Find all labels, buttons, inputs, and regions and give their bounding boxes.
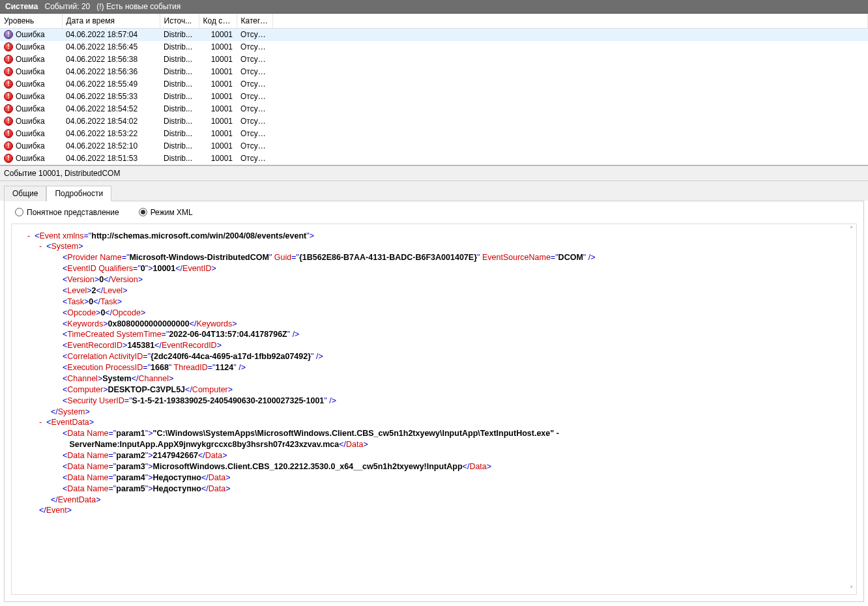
radio-xml-label: Режим XML: [151, 208, 193, 217]
cell-category: Отсутс...: [237, 66, 272, 78]
xml-provider-name: Microsoft-Windows-DistributedCOM: [129, 253, 268, 262]
title-system: Система: [5, 2, 38, 11]
cell-source: Distrib...: [160, 152, 199, 165]
radio-dot-icon: [139, 208, 147, 216]
radio-xml[interactable]: Режим XML: [139, 208, 193, 217]
cell-level: !Ошибка: [0, 152, 62, 165]
cell-level: !Ошибка: [0, 103, 62, 115]
error-icon: !: [4, 79, 13, 89]
cell-source: Distrib...: [160, 28, 199, 41]
col-level[interactable]: Уровень: [0, 14, 62, 28]
cell-level: !Ошибка: [0, 140, 62, 152]
cell-date: 04.06.2022 18:56:45: [62, 41, 160, 53]
cell-level-text: Ошибка: [16, 30, 45, 39]
cell-source: Distrib...: [160, 53, 199, 66]
cell-category: Отсутс...: [237, 91, 272, 103]
table-row[interactable]: !Ошибка04.06.2022 18:54:02Distrib...1000…: [0, 115, 868, 128]
xml-param2: 2147942667: [153, 451, 199, 460]
cell-rest: [272, 103, 868, 115]
col-source[interactable]: Источ...: [160, 14, 199, 28]
cell-category: Отсутс...: [237, 128, 272, 140]
cell-category: Отсутс...: [237, 28, 272, 41]
cell-rest: [272, 128, 868, 140]
cell-code: 10001: [199, 103, 237, 115]
xml-view[interactable]: ˄ ˅ - <Event xmlns="http://schemas.micro…: [11, 224, 857, 596]
table-row[interactable]: !Ошибка04.06.2022 18:56:38Distrib...1000…: [0, 53, 868, 66]
table-header-row[interactable]: Уровень Дата и время Источ... Код со... …: [0, 14, 868, 28]
error-icon: !: [4, 154, 13, 163]
xml-provider-guid: {1B562E86-B7AA-4131-BADC-B6F3A001407E}: [299, 253, 477, 262]
cell-date: 04.06.2022 18:53:22: [62, 128, 160, 140]
xml-param4: Недоступно: [153, 473, 201, 482]
table-row[interactable]: !Ошибка04.06.2022 18:55:49Distrib...1000…: [0, 78, 868, 91]
error-icon: !: [4, 141, 13, 151]
cell-rest: [272, 115, 868, 128]
cell-source: Distrib...: [160, 66, 199, 78]
error-icon: !: [4, 55, 13, 64]
cell-source: Distrib...: [160, 128, 199, 140]
cell-category: Отсутс...: [237, 152, 272, 165]
error-selected-icon: !: [4, 30, 13, 39]
event-table[interactable]: Уровень Дата и время Источ... Код со... …: [0, 14, 868, 165]
cell-level: !Ошибка: [0, 91, 62, 103]
table-row[interactable]: !Ошибка04.06.2022 18:54:52Distrib...1000…: [0, 103, 868, 115]
cell-date: 04.06.2022 18:55:49: [62, 78, 160, 91]
cell-level-text: Ошибка: [16, 92, 45, 101]
cell-date: 04.06.2022 18:51:53: [62, 152, 160, 165]
cell-code: 10001: [199, 91, 237, 103]
cell-date: 04.06.2022 18:55:33: [62, 91, 160, 103]
table-row[interactable]: !Ошибка04.06.2022 18:53:22Distrib...1000…: [0, 128, 868, 140]
scroll-up-icon[interactable]: ˄: [846, 224, 856, 235]
cell-category: Отсутс...: [237, 140, 272, 152]
cell-level-text: Ошибка: [16, 55, 45, 64]
scrollbar-vertical[interactable]: ˄ ˅: [846, 224, 856, 595]
col-code[interactable]: Код со...: [199, 14, 237, 28]
tab-details[interactable]: Подробности: [46, 186, 111, 201]
cell-level: !Ошибка: [0, 128, 62, 140]
cell-level-text: Ошибка: [16, 117, 45, 126]
table-row[interactable]: !Ошибка04.06.2022 18:52:10Distrib...1000…: [0, 140, 868, 152]
cell-code: 10001: [199, 128, 237, 140]
cell-level: !Ошибка: [0, 115, 62, 128]
xml-provider-source: DCOM: [558, 253, 583, 262]
cell-source: Distrib...: [160, 41, 199, 53]
table-row[interactable]: !Ошибка04.06.2022 18:51:53Distrib...1000…: [0, 152, 868, 165]
cell-level: !Ошибка: [0, 78, 62, 91]
view-radios: Понятное представление Режим XML: [15, 208, 857, 217]
xml-exec-tid: 1124: [215, 363, 233, 372]
cell-date: 04.06.2022 18:54:02: [62, 115, 160, 128]
xml-eventid: 10001: [153, 264, 176, 273]
cell-source: Distrib...: [160, 115, 199, 128]
col-category[interactable]: Катего...: [237, 14, 272, 28]
cell-level: !Ошибка: [0, 29, 62, 41]
scroll-down-icon[interactable]: ˅: [846, 584, 856, 594]
table-row[interactable]: !Ошибка04.06.2022 18:55:33Distrib...1000…: [0, 91, 868, 103]
table-row[interactable]: !Ошибка04.06.2022 18:56:36Distrib...1000…: [0, 66, 868, 78]
error-icon: !: [4, 42, 13, 51]
xml-param1-a: "C:\Windows\SystemApps\MicrosoftWindows.…: [153, 429, 559, 438]
error-icon: !: [4, 92, 13, 101]
table-row[interactable]: !Ошибка04.06.2022 18:57:04Distrib...1000…: [0, 28, 868, 41]
table-row[interactable]: !Ошибка04.06.2022 18:56:45Distrib...1000…: [0, 41, 868, 53]
xml-xmlns: http://schemas.microsoft.com/win/2004/08…: [91, 231, 306, 240]
cell-level: !Ошибка: [0, 66, 62, 78]
cell-category: Отсутс...: [237, 103, 272, 115]
xml-computer: DESKTOP-C3VPL5J: [108, 385, 186, 394]
tab-general[interactable]: Общие: [4, 186, 46, 201]
xml-param1-b: ServerName:InputApp.AppX9jnwykgrccxc8by3…: [69, 440, 339, 449]
error-icon: !: [4, 104, 13, 113]
cell-level-text: Ошибка: [16, 104, 45, 113]
radio-friendly[interactable]: Понятное представление: [15, 208, 119, 217]
title-event-count: Событий: 20: [45, 2, 91, 11]
xml-channel: System: [102, 374, 131, 383]
xml-eventrecordid: 145381: [127, 341, 154, 350]
xml-param5: Недоступно: [153, 484, 201, 493]
cell-code: 10001: [199, 152, 237, 165]
error-icon: !: [4, 129, 13, 138]
cell-level-text: Ошибка: [16, 129, 45, 138]
title-bar: Система Событий: 20 (!) Есть новые событ…: [0, 0, 868, 14]
cell-level: !Ошибка: [0, 41, 62, 53]
error-icon: !: [4, 117, 13, 126]
error-icon: !: [4, 67, 13, 76]
col-date[interactable]: Дата и время: [62, 14, 160, 28]
